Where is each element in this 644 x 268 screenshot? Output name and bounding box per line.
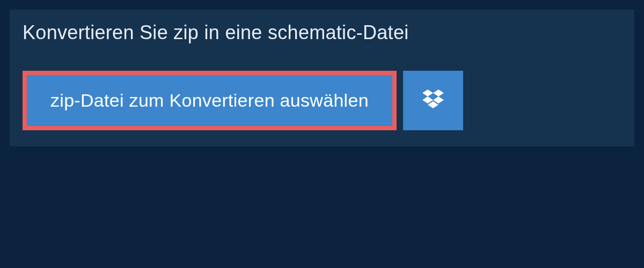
button-row: zip-Datei zum Konvertieren auswählen <box>10 56 634 130</box>
converter-panel: Konvertieren Sie zip in eine schematic-D… <box>10 10 634 146</box>
title-bar: Konvertieren Sie zip in eine schematic-D… <box>10 10 422 56</box>
svg-marker-0 <box>422 90 433 96</box>
select-file-button[interactable]: zip-Datei zum Konvertieren auswählen <box>23 71 397 130</box>
select-file-button-label: zip-Datei zum Konvertieren auswählen <box>50 90 369 111</box>
dropbox-icon <box>422 90 444 112</box>
svg-marker-1 <box>433 90 444 96</box>
dropbox-button[interactable] <box>403 71 463 130</box>
page-title: Konvertieren Sie zip in eine schematic-D… <box>23 21 409 44</box>
